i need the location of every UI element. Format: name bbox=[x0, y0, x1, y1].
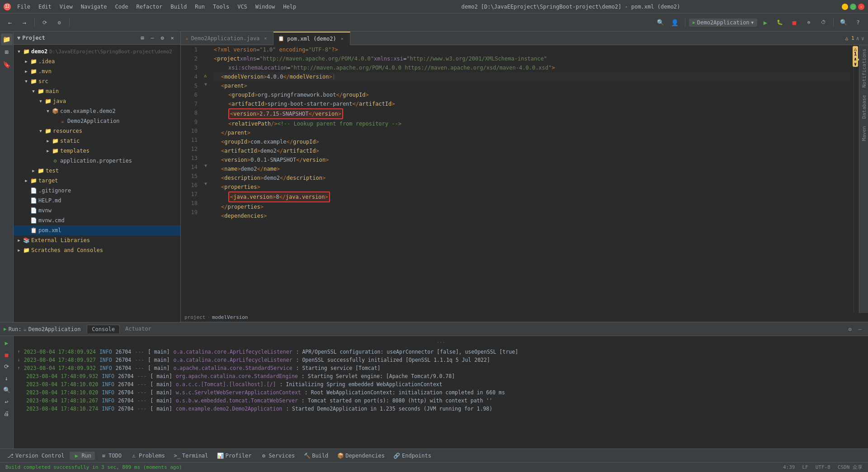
run-panel-settings-btn[interactable]: ⚙ bbox=[845, 325, 854, 334]
activity-bookmarks-icon[interactable]: 🔖 bbox=[1, 59, 13, 70]
menu-vcs[interactable]: VCS bbox=[234, 3, 251, 11]
menu-run[interactable]: Run bbox=[191, 3, 208, 11]
tab-close-demo2app[interactable]: ✕ bbox=[262, 35, 269, 42]
project-close-btn[interactable]: ✕ bbox=[168, 33, 177, 42]
bottom-terminal-btn[interactable]: >_ Terminal bbox=[170, 452, 212, 460]
console-print-btn[interactable]: 🖨 bbox=[2, 408, 12, 418]
project-collapse-all-btn[interactable]: — bbox=[148, 33, 157, 42]
toolbar-refresh-btn[interactable]: ⟳ bbox=[38, 16, 51, 29]
fold-line5[interactable]: ▼ bbox=[203, 81, 208, 87]
project-settings-btn[interactable]: ⚙ bbox=[158, 33, 167, 42]
tree-item-mvnw[interactable]: 📄 mvnw bbox=[14, 206, 180, 215]
tree-item-src[interactable]: ▼ 📁 src bbox=[14, 76, 180, 86]
bottom-build-btn[interactable]: 🔨 Build bbox=[300, 452, 332, 460]
caret-down-icon[interactable]: ∨ bbox=[861, 35, 864, 42]
tab-close-pomxml[interactable]: ✕ bbox=[339, 36, 345, 42]
console-soft-wrap-btn[interactable]: ↩ bbox=[2, 397, 12, 407]
menu-build[interactable]: Build bbox=[167, 3, 190, 11]
breadcrumb-modelversion[interactable]: modelVersion bbox=[212, 314, 248, 320]
bottom-dependencies-btn[interactable]: 📦 Dependencies bbox=[334, 452, 388, 460]
console-scroll-btn[interactable]: ↓ bbox=[2, 373, 12, 383]
project-expand-all-btn[interactable]: ⊞ bbox=[138, 33, 147, 42]
fold-line14[interactable]: ▼ bbox=[203, 163, 208, 168]
console-filter-btn[interactable]: 🔍 bbox=[2, 385, 12, 395]
stop-btn[interactable]: ■ bbox=[788, 16, 801, 29]
tree-item-test[interactable]: ▶ 📁 test bbox=[14, 166, 180, 176]
tree-item-main[interactable]: ▼ 📁 main bbox=[14, 86, 180, 96]
fold-line16[interactable]: ▼ bbox=[203, 181, 208, 186]
toolbar-back-btn[interactable]: ← bbox=[4, 16, 16, 29]
search-everywhere-btn[interactable]: 🔍 bbox=[837, 16, 850, 29]
tree-item-templates[interactable]: ▶ 📁 templates bbox=[14, 146, 180, 156]
notifications-tab[interactable]: Notifications bbox=[859, 45, 868, 91]
status-charset[interactable]: UTF-8 bbox=[814, 464, 832, 470]
tree-item-mvnwcmd[interactable]: 📄 mvnw.cmd bbox=[14, 215, 180, 225]
bottom-todo-btn[interactable]: ≡ TODO bbox=[97, 452, 125, 460]
run-with-coverage-btn[interactable]: ⊕ bbox=[802, 16, 815, 29]
tree-item-resources[interactable]: ▼ 📁 resources bbox=[14, 126, 180, 136]
menu-navigate[interactable]: Navigate bbox=[77, 3, 111, 11]
minimize-button[interactable]: — bbox=[842, 4, 848, 10]
error-badge: △ 1 bbox=[845, 35, 854, 41]
profile-btn[interactable]: ⏱ bbox=[817, 16, 830, 29]
breadcrumb-project[interactable]: project bbox=[184, 314, 205, 320]
tab-demo2app[interactable]: ☕ Demo2Application.java ✕ bbox=[181, 32, 274, 45]
tree-item-target[interactable]: ▶ 📁 target bbox=[14, 176, 180, 186]
status-encoding[interactable]: LF bbox=[801, 464, 810, 470]
maven-tab[interactable]: Maven bbox=[859, 122, 868, 145]
tree-item-appprops[interactable]: ⚙ application.properties bbox=[14, 156, 180, 166]
tree-item-java[interactable]: ▼ 📁 java bbox=[14, 96, 180, 106]
activity-project-icon[interactable]: 📁 bbox=[1, 33, 13, 45]
status-position[interactable]: 4:39 bbox=[781, 464, 797, 470]
run-panel-minimize-btn[interactable]: — bbox=[855, 325, 864, 334]
bottom-profiler-btn[interactable]: 📊 Profiler bbox=[214, 452, 255, 460]
menu-code[interactable]: Code bbox=[112, 3, 132, 11]
tab-pomxml[interactable]: 📋 pom.xml (demo2) ✕ bbox=[274, 32, 350, 45]
close-button[interactable]: ✕ bbox=[858, 4, 864, 10]
toolbar-forward-btn[interactable]: → bbox=[18, 16, 31, 29]
menu-file[interactable]: File bbox=[14, 3, 34, 11]
bottom-run-btn[interactable]: ▶ Run bbox=[70, 452, 95, 460]
status-csdn[interactable]: CSDN 众享 bbox=[836, 464, 864, 471]
console-rerun-btn[interactable]: ⟳ bbox=[2, 361, 12, 371]
toolbar-settings-btn[interactable]: ⚙ bbox=[53, 16, 66, 29]
tree-item-gitignore[interactable]: 📄 .gitignore bbox=[14, 186, 180, 196]
bottom-endpoints-btn[interactable]: 🔗 Endpoints bbox=[390, 452, 435, 460]
tree-item-idea[interactable]: ▶ 📁 .idea bbox=[14, 56, 180, 66]
tree-item-package[interactable]: ▼ 📦 com.example.demo2 bbox=[14, 106, 180, 116]
menu-refactor[interactable]: Refactor bbox=[132, 3, 166, 11]
run-btn[interactable]: ▶ bbox=[759, 16, 772, 29]
toolbar-search-btn[interactable]: 🔍 bbox=[654, 16, 667, 29]
bottom-services-btn[interactable]: ⚙ Services bbox=[257, 452, 298, 460]
message-6: : Root WebApplicationContext: initializa… bbox=[305, 388, 505, 397]
menu-help[interactable]: Help bbox=[279, 3, 300, 11]
run-tab-actuator[interactable]: Actuator bbox=[121, 325, 156, 333]
run-config-selector[interactable]: ▶ Demo2Application ▼ bbox=[689, 19, 757, 27]
tree-item-static[interactable]: ▶ 📁 static bbox=[14, 136, 180, 146]
help-btn[interactable]: ? bbox=[852, 16, 864, 29]
menu-view[interactable]: View bbox=[56, 3, 76, 11]
maximize-button[interactable]: □ bbox=[850, 4, 856, 10]
debug-btn[interactable]: 🐛 bbox=[774, 16, 786, 29]
tree-item-ext-libs[interactable]: ▶ 📚 External Libraries bbox=[14, 235, 180, 245]
tree-item-scratches[interactable]: ▶ 📁 Scratches and Consoles bbox=[14, 245, 180, 255]
database-tab[interactable]: Database bbox=[859, 91, 868, 122]
tree-item-demo2[interactable]: ▼ 📁 demo2 D:\JavaEEproject\SpringBoot-pr… bbox=[14, 47, 180, 56]
caret-up-icon[interactable]: ∧ bbox=[856, 35, 859, 42]
bottom-version-control-btn[interactable]: ⎇ Version Control bbox=[4, 452, 68, 460]
tree-item-mvn[interactable]: ▶ 📁 .mvn bbox=[14, 66, 180, 76]
menu-edit[interactable]: Edit bbox=[35, 3, 55, 11]
console-run-btn[interactable]: ▶ bbox=[2, 338, 12, 348]
status-message[interactable]: Build completed successfully in 3 sec, 8… bbox=[4, 464, 184, 470]
menu-tools[interactable]: Tools bbox=[209, 3, 233, 11]
console-stop-btn[interactable]: ■ bbox=[2, 350, 12, 360]
menu-window[interactable]: Window bbox=[252, 3, 278, 11]
tree-item-helpmd[interactable]: 📄 HELP.md bbox=[14, 196, 180, 206]
tree-item-pomxml[interactable]: 📋 pom.xml bbox=[14, 225, 180, 235]
bottom-problems-btn[interactable]: ⚠ Problems bbox=[127, 452, 169, 460]
run-tab-console[interactable]: Console bbox=[87, 325, 120, 333]
code-editor[interactable]: <?xml version="1.0" encoding="UTF-8"?> <… bbox=[210, 45, 854, 313]
toolbar-user-btn[interactable]: 👤 bbox=[669, 16, 681, 29]
activity-structure-icon[interactable]: ⊞ bbox=[1, 46, 13, 58]
tree-item-demo2app[interactable]: ☕ Demo2Application bbox=[14, 116, 180, 126]
